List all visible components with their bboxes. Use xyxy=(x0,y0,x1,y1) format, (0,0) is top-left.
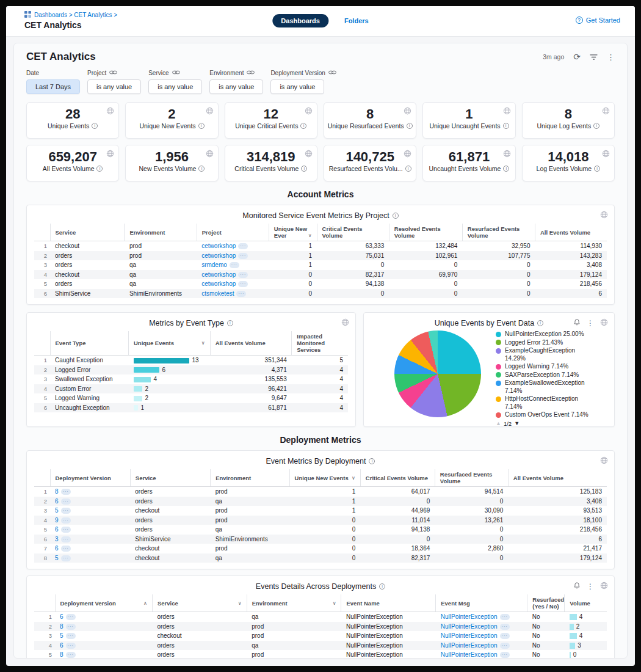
ellipsis-pill[interactable]: ··· xyxy=(61,499,71,505)
breadcrumb-text[interactable]: Dashboards > CET Analytics > xyxy=(34,12,117,18)
info-icon[interactable]: i xyxy=(379,583,385,590)
sort-icon[interactable]: ∨ xyxy=(352,475,355,481)
legend-item[interactable]: HttpHostConnectException 7.14% xyxy=(496,395,607,411)
ellipsis-pill[interactable]: ··· xyxy=(238,243,248,249)
info-icon[interactable]: i xyxy=(407,123,413,129)
event-link[interactable]: 8 xyxy=(60,623,63,630)
deployment-version-link[interactable]: 8 xyxy=(55,488,59,495)
ellipsis-pill[interactable]: ··· xyxy=(500,643,510,649)
info-icon[interactable]: i xyxy=(96,166,103,172)
ellipsis-pill[interactable]: ··· xyxy=(61,527,71,533)
kebab-icon[interactable]: ⋮ xyxy=(587,319,594,327)
info-icon[interactable]: i xyxy=(503,166,509,172)
event-link[interactable]: NullPointerException xyxy=(441,613,498,620)
ellipsis-pill[interactable]: ··· xyxy=(66,633,76,639)
project-link[interactable]: cetworkshop xyxy=(201,252,236,259)
tab-dashboards[interactable]: Dashboards xyxy=(272,14,328,27)
ellipsis-pill[interactable]: ··· xyxy=(500,633,510,639)
column-header[interactable]: Resurfaced Events Volume xyxy=(435,469,508,487)
ellipsis-pill[interactable]: ··· xyxy=(61,517,71,524)
ellipsis-pill[interactable]: ··· xyxy=(230,262,239,268)
column-header[interactable]: Impacted Monitored Services xyxy=(292,331,348,356)
kebab-icon[interactable]: ⋮ xyxy=(587,582,594,591)
deployment-version-link[interactable]: 6 xyxy=(55,545,59,552)
sort-icon[interactable]: ∧ xyxy=(143,600,147,607)
column-header[interactable]: Event Msg xyxy=(436,594,527,612)
column-header[interactable]: Environment∨ xyxy=(247,594,341,612)
column-header[interactable]: Resurfaced Events Volume xyxy=(462,224,535,241)
ellipsis-pill[interactable]: ··· xyxy=(238,253,248,259)
ellipsis-pill[interactable]: ··· xyxy=(61,555,71,561)
event-link[interactable]: 6 xyxy=(60,613,63,620)
deployment-version-link[interactable]: 5 xyxy=(55,555,59,561)
ellipsis-pill[interactable]: ··· xyxy=(500,652,510,658)
bell-icon[interactable] xyxy=(573,581,581,592)
column-header[interactable]: Unique New Events∨ xyxy=(289,469,360,487)
ellipsis-pill[interactable]: ··· xyxy=(66,643,76,649)
project-link[interactable]: cetworkshop xyxy=(201,280,236,287)
bell-icon[interactable] xyxy=(573,318,581,329)
ellipsis-pill[interactable]: ··· xyxy=(66,624,76,630)
pie-chart[interactable] xyxy=(394,331,481,417)
filter-value-button[interactable]: is any value xyxy=(270,79,324,94)
event-link[interactable]: NullPointerException xyxy=(441,632,498,639)
get-started-link[interactable]: ? Get Started xyxy=(576,16,620,24)
refresh-icon[interactable]: ⟳ xyxy=(573,52,581,62)
column-header[interactable]: Unique Events∨ xyxy=(129,331,211,356)
breadcrumb[interactable]: Dashboards > CET Analytics > xyxy=(24,11,117,19)
column-header[interactable]: Environment xyxy=(125,224,197,241)
column-header[interactable]: Event Type xyxy=(50,331,129,356)
column-header[interactable]: Unique New Ever∨ xyxy=(269,224,317,241)
column-header[interactable]: All Events Volume xyxy=(210,331,292,356)
event-link[interactable]: 5 xyxy=(60,632,63,639)
project-link[interactable]: srmdemo xyxy=(201,261,227,268)
legend-item[interactable]: NullPointerException 25.00% xyxy=(496,331,607,338)
page-up-icon[interactable]: ▲ xyxy=(496,420,501,426)
deployment-version-link[interactable]: 6 xyxy=(55,526,59,533)
event-link[interactable]: NullPointerException xyxy=(441,651,498,658)
deployment-version-link[interactable]: 3 xyxy=(55,536,59,542)
column-header[interactable]: All Events Volume xyxy=(508,469,607,487)
ellipsis-pill[interactable]: ··· xyxy=(61,508,71,514)
column-header[interactable]: Project xyxy=(197,224,269,241)
filter-value-button[interactable]: Last 7 Days xyxy=(26,79,80,94)
info-icon[interactable]: i xyxy=(405,166,411,172)
info-icon[interactable]: i xyxy=(301,166,307,172)
legend-item[interactable]: ExampleSwallowedException 7.14% xyxy=(496,379,607,395)
info-icon[interactable]: i xyxy=(92,123,98,129)
filter-icon[interactable] xyxy=(590,54,598,60)
sort-icon[interactable]: ∨ xyxy=(238,600,242,607)
column-header[interactable]: Critical Events Volume xyxy=(317,224,389,241)
ellipsis-pill[interactable]: ··· xyxy=(238,281,248,287)
sort-icon[interactable]: ∨ xyxy=(308,232,312,239)
project-link[interactable]: cetworkshop xyxy=(201,243,236,249)
filter-value-button[interactable]: is any value xyxy=(87,79,141,94)
info-icon[interactable]: i xyxy=(594,166,600,172)
event-link[interactable]: NullPointerException xyxy=(441,642,498,649)
info-icon[interactable]: i xyxy=(198,166,205,172)
ellipsis-pill[interactable]: ··· xyxy=(238,272,248,278)
event-link[interactable]: 6 xyxy=(60,642,63,649)
column-header[interactable]: Volume xyxy=(565,594,607,612)
sort-icon[interactable]: ∨ xyxy=(201,340,205,346)
legend-item[interactable]: ExampleCaughtException 14.29% xyxy=(496,347,607,362)
info-icon[interactable]: i xyxy=(300,123,306,129)
event-link[interactable]: 8 xyxy=(60,651,63,658)
ellipsis-pill[interactable]: ··· xyxy=(61,536,71,542)
info-icon[interactable]: i xyxy=(227,320,233,326)
filter-value-button[interactable]: is any value xyxy=(209,79,263,94)
project-link[interactable]: cetworkshop xyxy=(201,271,236,278)
project-link[interactable]: ctsmoketest xyxy=(201,290,234,297)
deployment-version-link[interactable]: 6 xyxy=(55,498,59,505)
column-header[interactable]: Resurfaced (Yes / No) xyxy=(527,594,565,612)
get-started-label[interactable]: Get Started xyxy=(586,16,620,24)
column-header[interactable]: Deployment Version xyxy=(50,469,130,487)
ellipsis-pill[interactable]: ··· xyxy=(66,652,76,658)
ellipsis-pill[interactable]: ··· xyxy=(236,291,246,297)
info-icon[interactable]: i xyxy=(537,320,543,326)
column-header[interactable]: Service xyxy=(50,224,125,241)
tab-folders[interactable]: Folders xyxy=(344,17,369,24)
ellipsis-pill[interactable]: ··· xyxy=(500,624,510,630)
deployment-version-link[interactable]: 9 xyxy=(55,517,59,524)
column-header[interactable]: Environment xyxy=(211,469,289,487)
